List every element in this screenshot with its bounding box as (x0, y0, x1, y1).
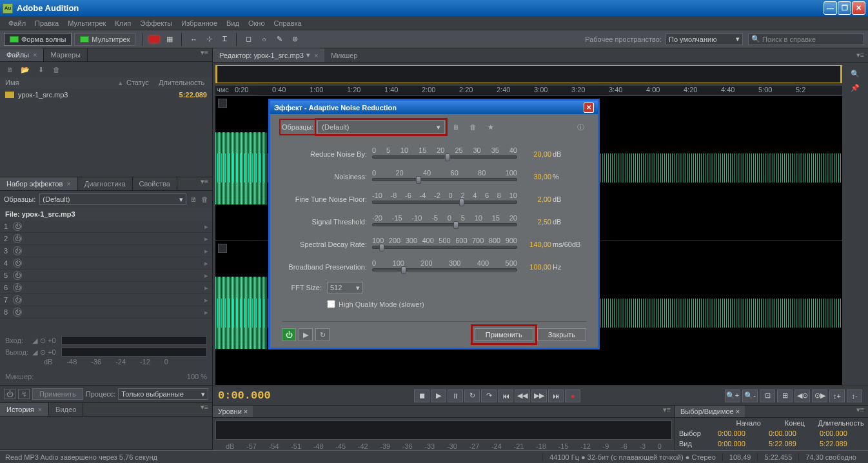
menu-window[interactable]: Окно (244, 17, 270, 29)
menu-view[interactable]: Вид (222, 17, 244, 29)
panel-menu-icon[interactable]: ▾≡ (197, 48, 212, 61)
hq-checkbox[interactable] (327, 300, 335, 308)
input-gain[interactable]: ⊙ +0 (40, 337, 56, 345)
close-icon[interactable]: × (33, 51, 37, 59)
slot-power-icon[interactable]: ⏻ (13, 234, 22, 243)
zoom-in-right-icon[interactable]: ⊙▶ (812, 389, 827, 402)
presets-dropdown[interactable]: (Default)▾ (39, 193, 186, 205)
tab-editor[interactable]: Редактор: урок-1_src.mp3 ▾× (213, 48, 324, 62)
tool-brush-icon[interactable]: ✎ (272, 32, 286, 46)
close-icon[interactable]: × (314, 52, 318, 59)
param-slider[interactable]: 020406080100 (372, 169, 517, 184)
help-search-input[interactable]: 🔍 Поиск в справке (748, 34, 864, 45)
panel-menu-icon[interactable]: ▾≡ (659, 406, 675, 417)
tool-cut-icon[interactable]: ⊹ (202, 32, 216, 46)
tab-levels[interactable]: Уровни × (213, 406, 253, 417)
delete-preset-icon[interactable]: 🗑 (201, 195, 208, 203)
param-value[interactable]: 2,50 (517, 218, 553, 226)
tab-effects-rack[interactable]: Набор эффектов× (0, 177, 78, 190)
tool-move-icon[interactable]: ↔ (186, 32, 201, 46)
process-dropdown[interactable]: Только выбранные▾ (118, 388, 208, 400)
menu-multitrack[interactable]: Мультитрек (63, 17, 110, 29)
preview-play-button[interactable]: ▶ (299, 328, 313, 341)
mix-value[interactable]: 100 % (187, 373, 207, 380)
prev-button[interactable]: ⏮ (498, 389, 513, 402)
param-slider[interactable]: 100200300400500600700800900 (372, 237, 517, 252)
tab-mixer[interactable]: Микшер (324, 49, 364, 62)
fx-apply-button[interactable]: Применить (32, 388, 83, 400)
menu-effects[interactable]: Эффекты (135, 17, 177, 29)
save-preset-icon[interactable]: 🗎 (450, 121, 462, 133)
channel-mute-button[interactable] (218, 244, 227, 253)
zoom-in-icon[interactable]: 🔍+ (725, 389, 740, 402)
minimize-button[interactable]: — (824, 1, 837, 15)
play-button[interactable]: ▶ (431, 389, 446, 402)
tab-markers[interactable]: Маркеры (44, 48, 88, 61)
fft-dropdown[interactable]: 512▾ (327, 282, 363, 293)
delete-preset-icon[interactable]: 🗑 (467, 121, 478, 133)
forward-button[interactable]: ▶▶ (531, 389, 547, 402)
fx-slot[interactable]: 3⏻▸ (0, 245, 212, 257)
menu-file[interactable]: Файл (4, 17, 30, 29)
slot-power-icon[interactable]: ⏻ (13, 222, 22, 231)
fx-slot[interactable]: 4⏻▸ (0, 257, 212, 270)
dialog-close-button[interactable]: ✕ (584, 103, 594, 113)
zoom-sel-icon[interactable]: ⊞ (777, 389, 793, 402)
param-value[interactable]: 140,00 (517, 241, 553, 248)
waveform-view-button[interactable]: Форма волны (4, 33, 72, 46)
param-slider[interactable]: 0510152025303540 (372, 146, 517, 162)
tab-properties[interactable]: Свойства (133, 177, 177, 190)
zoom-in-left-icon[interactable]: ◀⊙ (794, 389, 810, 402)
new-file-icon[interactable]: 🗎 (4, 64, 15, 75)
cancel-button[interactable]: Закрыть (537, 328, 586, 341)
info-icon[interactable]: ⓘ (575, 121, 586, 133)
pause-button[interactable]: ⏸ (448, 389, 463, 402)
slot-power-icon[interactable]: ⏻ (13, 246, 22, 255)
slot-power-icon[interactable]: ⏻ (13, 308, 22, 317)
import-icon[interactable]: ⬇ (35, 64, 46, 75)
param-value[interactable]: 20,00 (517, 150, 553, 158)
output-gain[interactable]: ⊙ +0 (40, 348, 56, 357)
fx-slot[interactable]: 1⏻▸ (0, 221, 212, 233)
menu-edit[interactable]: Правка (30, 17, 63, 29)
col-duration[interactable]: Длительность (159, 79, 207, 87)
maximize-button[interactable]: ❐ (838, 1, 851, 15)
tab-files[interactable]: Файлы× (0, 48, 44, 61)
fx-slot[interactable]: 2⏻▸ (0, 233, 212, 245)
tool-heal-icon[interactable]: ⊕ (288, 32, 302, 46)
param-slider[interactable]: -10-8-6-4-20246810 (372, 192, 517, 207)
tool-lasso-icon[interactable]: ○ (257, 32, 271, 46)
tab-selection-view[interactable]: Выбор/Видимое × (675, 406, 745, 417)
col-name[interactable]: Имя (5, 79, 119, 87)
fx-slot[interactable]: 5⏻▸ (0, 270, 212, 282)
tab-history[interactable]: История× (0, 403, 49, 416)
navigation-overview[interactable] (215, 65, 842, 83)
slot-power-icon[interactable]: ⏻ (13, 283, 22, 292)
slot-power-icon[interactable]: ⏻ (13, 259, 22, 268)
zoom-full-icon[interactable]: ⊡ (760, 389, 775, 402)
tab-video[interactable]: Видео (49, 403, 83, 416)
loop-button[interactable]: ↻ (464, 389, 480, 402)
zoom-v-out-icon[interactable]: ↕- (847, 389, 862, 402)
presets-dropdown[interactable]: (Default)▾ (317, 121, 445, 133)
tab-diagnostics[interactable]: Диагностика (78, 177, 133, 190)
close-file-icon[interactable]: 🗑 (50, 64, 62, 75)
search-icon[interactable]: 🔍 (847, 67, 863, 80)
rewind-button[interactable]: ◀◀ (515, 389, 530, 402)
col-status[interactable]: Статус (126, 79, 159, 87)
panel-menu-icon[interactable]: ▾≡ (197, 177, 212, 190)
open-file-icon[interactable]: 📂 (19, 64, 31, 75)
param-value[interactable]: 2,00 (517, 195, 553, 203)
file-row[interactable]: урок-1_src.mp3 5:22.089 (0, 88, 212, 101)
close-icon[interactable]: × (66, 180, 70, 188)
apply-button[interactable]: Применить (475, 328, 533, 341)
close-button[interactable]: ✕ (852, 1, 865, 15)
param-value[interactable]: 30,00 (517, 173, 553, 181)
param-slider[interactable]: 0100200300400500 (372, 259, 517, 275)
param-value[interactable]: 100,00 (517, 263, 553, 271)
effect-power-button[interactable]: ⏻ (282, 328, 296, 341)
fx-power-button[interactable]: ⏻ (4, 389, 15, 399)
pin-icon[interactable]: 📌 (847, 81, 863, 94)
stop-button[interactable]: ◼ (414, 389, 429, 402)
dialog-titlebar[interactable]: Эффект - Adaptive Noise Reduction ✕ (270, 101, 598, 114)
